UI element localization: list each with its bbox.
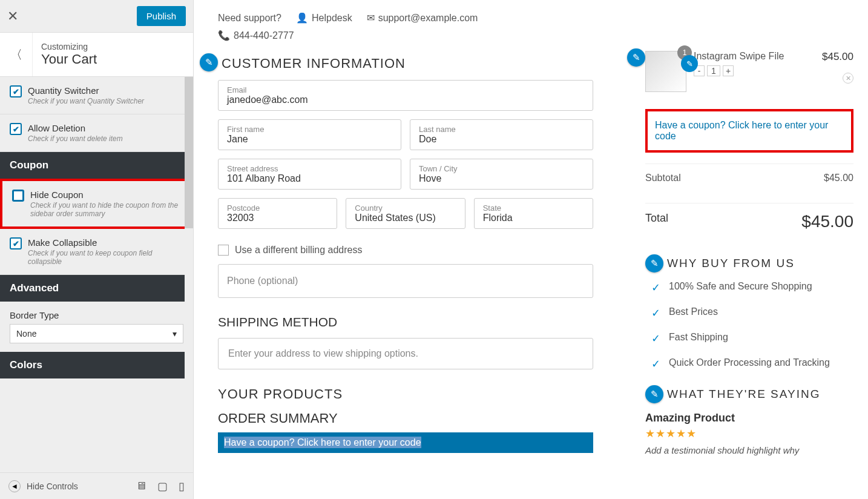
checkout-main: Need support? 👤 Helpdesk ✉ support@examp… [194, 0, 638, 499]
order-summary-sidebar: ✎ 1 ✎ Instagram Swipe File - 1 + $45.00 … [638, 0, 868, 499]
checkbox-icon[interactable] [218, 245, 229, 256]
cart-item: ✎ 1 ✎ Instagram Swipe File - 1 + $45.00 … [645, 51, 853, 92]
quantity-stepper: - 1 + [694, 65, 815, 76]
field-label: State [483, 203, 584, 213]
testimonial-title: Amazing Product [645, 412, 853, 425]
scrollbar-track[interactable] [185, 77, 193, 472]
option-make-collapsible[interactable]: Make Collapsible Check if you want to ke… [0, 229, 193, 275]
support-email[interactable]: ✉ support@example.com [367, 12, 478, 24]
phone-icon: 📞 [218, 30, 230, 41]
item-label: Fast Shipping [669, 332, 728, 345]
page-title: Your Cart [41, 51, 97, 67]
field-value: United States (US) [355, 213, 456, 223]
publish-button[interactable]: Publish [137, 6, 186, 26]
support-phone[interactable]: 📞 844-440-2777 [218, 30, 294, 41]
sidebar-footer: ◄ Hide Controls 🖥 ▢ ▯ [0, 472, 193, 499]
town-field[interactable]: Town / CityHove [410, 159, 593, 190]
total-value: $45.00 [801, 212, 853, 231]
option-label: Quantity Switcher [28, 85, 144, 96]
product-price: $45.00 [822, 51, 853, 92]
diff-billing-checkbox[interactable]: Use a different billing address [218, 245, 593, 256]
total-row: Total $45.00 [645, 203, 853, 240]
checkbox-icon[interactable] [10, 123, 22, 135]
option-desc: Check if you want delete item [28, 134, 123, 143]
edit-icon[interactable]: ✎ [645, 385, 663, 403]
chevron-down-icon: ▾ [173, 329, 177, 339]
subtotal-row: Subtotal $45.00 [645, 164, 853, 192]
street-field[interactable]: Street address101 Albany Road [218, 159, 401, 190]
field-value: Doe [419, 134, 584, 145]
customizing-breadcrumb: Customizing Your Cart [33, 36, 105, 73]
customer-heading: CUSTOMER INFORMATION [222, 56, 406, 71]
section-advanced-header: Advanced [0, 275, 193, 302]
check-icon: ✓ [651, 332, 660, 345]
lastname-field[interactable]: Last nameDoe [410, 119, 593, 150]
customer-form: Emailjanedoe@abc.com First nameJane Last… [218, 80, 593, 298]
mobile-icon[interactable]: ▯ [179, 480, 185, 493]
option-label: Hide Coupon [30, 190, 181, 200]
coupon-banner-main[interactable]: Have a coupon? Click here to enter your … [218, 432, 593, 453]
field-label: First name [227, 125, 392, 134]
device-toggle: 🖥 ▢ ▯ [136, 480, 185, 493]
field-value: Hove [419, 173, 584, 184]
country-field[interactable]: CountryUnited States (US) [346, 198, 465, 229]
hide-controls-label[interactable]: Hide Controls [27, 481, 78, 491]
why-buy-header: ✎ WHY BUY FROM US [645, 254, 853, 273]
edit-icon[interactable]: ✎ [645, 254, 663, 273]
total-label: Total [645, 212, 668, 231]
field-label: Last name [419, 125, 584, 134]
section-colors-header: Colors [0, 352, 193, 378]
checkbox-icon[interactable] [10, 237, 22, 250]
helpdesk-link[interactable]: 👤 Helpdesk [296, 12, 352, 24]
qty-value: 1 [707, 65, 720, 76]
coupon-box-sidebar[interactable]: Have a coupon? Click here to enter your … [645, 109, 853, 153]
item-label: 100% Safe and Secure Shopping [669, 281, 812, 294]
option-hide-coupon[interactable]: Hide Coupon Check if you want to hide th… [0, 179, 193, 229]
sidebar-header: 〈 Customizing Your Cart [0, 33, 193, 77]
border-type-select[interactable]: None ▾ [10, 324, 183, 343]
state-field[interactable]: StateFlorida [474, 198, 593, 229]
field-value: 101 Albany Road [227, 173, 392, 184]
checkbox-icon[interactable] [10, 85, 22, 97]
subtotal-value: $45.00 [824, 173, 853, 183]
edit-icon[interactable]: ✎ [627, 48, 645, 67]
desktop-icon[interactable]: 🖥 [136, 480, 146, 493]
close-icon[interactable]: ✕ [7, 8, 18, 24]
testimonial-text: Add a testimonial should highlight why [645, 445, 853, 455]
phone-label: 844-440-2777 [234, 30, 294, 41]
list-item: ✓Quick Order Processing and Tracking [651, 357, 853, 371]
option-quantity-switcher[interactable]: Quantity Switcher Check if you want Quan… [0, 77, 193, 114]
qty-plus-button[interactable]: + [723, 65, 734, 76]
field-label: Town / City [419, 164, 584, 173]
edit-icon[interactable]: ✎ [200, 53, 218, 71]
field-label: Email [227, 85, 584, 94]
order-summary-heading: ORDER SUMMARY [218, 411, 620, 426]
coupon-link[interactable]: Have a coupon? Click here to enter your … [655, 120, 828, 141]
field-value: janedoe@abc.com [227, 94, 584, 105]
person-icon: 👤 [296, 12, 308, 24]
remove-item-icon[interactable]: ✕ [843, 73, 853, 84]
support-phone-row: 📞 844-440-2777 [218, 30, 620, 41]
check-icon: ✓ [651, 281, 660, 294]
firstname-field[interactable]: First nameJane [218, 119, 401, 150]
tablet-icon[interactable]: ▢ [157, 480, 168, 493]
envelope-icon: ✉ [367, 12, 375, 24]
coupon-text: Have a coupon? Click here to enter your … [224, 437, 421, 448]
helpdesk-label: Helpdesk [312, 13, 352, 24]
checkbox-icon[interactable] [12, 190, 24, 202]
postcode-field[interactable]: Postcode32003 [218, 198, 337, 229]
back-icon[interactable]: 〈 [0, 33, 33, 76]
list-item: ✓100% Safe and Secure Shopping [651, 281, 853, 294]
item-label: Quick Order Processing and Tracking [669, 357, 830, 371]
edit-icon[interactable]: ✎ [681, 55, 698, 72]
field-label: Street address [227, 164, 392, 173]
why-list: ✓100% Safe and Secure Shopping ✓Best Pri… [645, 281, 853, 371]
email-field[interactable]: Emailjanedoe@abc.com [218, 80, 593, 111]
phone-field[interactable]: Phone (optional) [218, 264, 593, 298]
scrollbar-thumb[interactable] [185, 77, 193, 228]
option-allow-deletion[interactable]: Allow Deletion Check if you want delete … [0, 114, 193, 152]
email-label: support@example.com [378, 13, 478, 24]
product-name: Instagram Swipe File - 1 + [694, 51, 815, 92]
collapse-icon[interactable]: ◄ [8, 480, 21, 492]
product-title: Instagram Swipe File [694, 51, 815, 62]
